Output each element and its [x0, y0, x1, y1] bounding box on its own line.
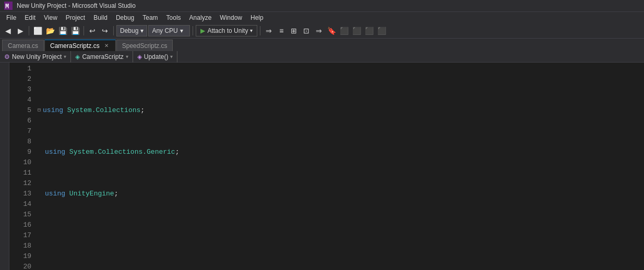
toolbar-extra-5[interactable]: ⇒ [313, 25, 325, 36]
navigate-back-button[interactable]: ◀ [2, 25, 14, 36]
menu-help[interactable]: Help [246, 12, 268, 23]
line-num-12: 12 [9, 178, 31, 189]
line-num-20: 20 [9, 262, 31, 270]
line-num-11: 11 [9, 168, 31, 178]
line-num-17: 17 [9, 230, 31, 241]
toolbar-separator-2 [84, 26, 84, 35]
code-line-3: using UnityEngine; [38, 189, 644, 199]
breadcrumb-class-label: CameraScriptz [82, 53, 123, 60]
menu-edit[interactable]: Edit [20, 12, 40, 23]
toolbar-extra-7[interactable]: ⬛ [351, 25, 362, 36]
navigate-forward-button[interactable]: ▶ [15, 25, 26, 36]
toolbar-separator-5 [260, 26, 260, 35]
line-num-13: 13 [9, 189, 31, 199]
undo-button[interactable]: ↩ [87, 25, 98, 36]
tab-camera-cs[interactable]: Camera.cs [2, 40, 44, 51]
line-num-7: 7 [9, 126, 31, 137]
method-icon: ◈ [137, 53, 142, 60]
breadcrumb-class[interactable]: ◈ CameraScriptz ▾ [71, 51, 133, 63]
line-num-10: 10 [9, 157, 31, 168]
menu-analyze[interactable]: Analyze [185, 12, 216, 23]
menu-team[interactable]: Team [138, 12, 162, 23]
line-num-9: 9 [9, 147, 31, 157]
save-button[interactable]: 💾 [57, 25, 68, 36]
breadcrumb-project-label: New Unity Project [12, 53, 62, 60]
attach-dropdown-icon: ▾ [250, 28, 253, 33]
project-icon: ⚙ [4, 53, 10, 60]
line-num-14: 14 [9, 199, 31, 210]
toolbar: ◀ ▶ ⬜ 📂 💾 💾 ↩ ↪ Debug ▾ Any CPU ▾ ▶ Atta… [0, 23, 644, 39]
code-content[interactable]: ⊟using System.Collections; using System.… [35, 63, 644, 270]
window-title: New Unity Project - Microsoft Visual Stu… [17, 2, 136, 9]
menu-build[interactable]: Build [89, 12, 112, 23]
save-all-button[interactable]: 💾 [69, 25, 81, 36]
menu-file[interactable]: File [2, 12, 20, 23]
play-icon: ▶ [200, 27, 205, 34]
tabs-bar: Camera.cs CameraScriptz.cs ✕ SpeedScript… [0, 39, 644, 51]
toolbar-extra-2[interactable]: ≡ [276, 25, 287, 36]
line-num-15: 15 [9, 210, 31, 220]
line-num-16: 16 [9, 220, 31, 230]
menu-view[interactable]: View [40, 12, 62, 23]
title-bar: M New Unity Project - Microsoft Visual S… [0, 0, 644, 11]
breadcrumb-arrow-2: ▾ [126, 54, 128, 59]
tab-speedscriptz-cs-label: SpeedScriptz.cs [122, 42, 168, 50]
line-num-1: 1 [9, 64, 31, 74]
attach-label: Attach to Unity [207, 27, 248, 34]
tab-camera-cs-label: Camera.cs [8, 42, 38, 50]
bookmark-button[interactable]: 🔖 [326, 25, 337, 36]
tab-close-camerascriptz[interactable]: ✕ [103, 42, 110, 50]
breadcrumb-method[interactable]: ◈ Update() ▾ [133, 51, 178, 63]
platform-dropdown[interactable]: Any CPU ▾ [148, 25, 190, 36]
toolbar-extra-6[interactable]: ⬛ [338, 25, 350, 36]
code-editor[interactable]: 1 2 3 4 5 6 7 8 9 10 11 12 13 14 15 16 1 [9, 63, 644, 270]
toolbar-separator-4 [193, 26, 193, 35]
toolbar-separator-1 [29, 26, 29, 35]
toolbar-extra-4[interactable]: ⊡ [301, 25, 312, 36]
open-file-button[interactable]: 📂 [44, 25, 56, 36]
line-num-2: 2 [9, 74, 31, 84]
toolbar-separator-3 [113, 26, 114, 35]
line-num-4: 4 [9, 95, 31, 105]
new-project-button[interactable]: ⬜ [32, 25, 43, 36]
svg-text:M: M [5, 3, 9, 10]
code-line-1: ⊟using System.Collections; [38, 105, 644, 116]
breadcrumb-method-label: Update() [144, 53, 169, 60]
toolbox-sidebar[interactable]: Toolbox [0, 63, 9, 270]
toolbar-extra-8[interactable]: ⬛ [363, 25, 375, 36]
attach-to-unity-button[interactable]: ▶ Attach to Unity ▾ [196, 25, 257, 36]
breadcrumb-arrow-1: ▾ [64, 54, 66, 59]
menu-project[interactable]: Project [62, 12, 89, 23]
tab-camerascriptz-cs-label: CameraScriptz.cs [50, 42, 100, 50]
breadcrumb-project[interactable]: ⚙ New Unity Project ▾ [0, 51, 71, 63]
redo-button[interactable]: ↪ [99, 25, 111, 36]
class-icon: ◈ [75, 53, 80, 60]
line-numbers: 1 2 3 4 5 6 7 8 9 10 11 12 13 14 15 16 1 [9, 63, 35, 270]
code-area[interactable]: 1 2 3 4 5 6 7 8 9 10 11 12 13 14 15 16 1 [9, 63, 644, 270]
breadcrumb-bar: ⚙ New Unity Project ▾ ◈ CameraScriptz ▾ … [0, 51, 644, 63]
debug-config-dropdown[interactable]: Debug ▾ [116, 25, 147, 36]
line-num-5: 5 [9, 105, 31, 116]
line-num-19: 19 [9, 251, 31, 262]
code-line-4 [38, 230, 644, 241]
line-num-3: 3 [9, 84, 31, 95]
menu-tools[interactable]: Tools [162, 12, 185, 23]
toolbar-extra-1[interactable]: ⇒ [263, 25, 275, 36]
line-num-18: 18 [9, 241, 31, 251]
line-num-8: 8 [9, 137, 31, 147]
line-num-6: 6 [9, 116, 31, 126]
toolbar-extra-3[interactable]: ⊞ [288, 25, 300, 36]
toolbar-extra-9[interactable]: ⬛ [376, 25, 387, 36]
vs-logo-icon: M [4, 2, 13, 10]
breadcrumb-arrow-3: ▾ [170, 54, 173, 59]
menu-window[interactable]: Window [216, 12, 246, 23]
tab-camerascriptz-cs[interactable]: CameraScriptz.cs ✕ [44, 40, 116, 51]
tab-speedscriptz-cs[interactable]: SpeedScriptz.cs [116, 40, 173, 51]
code-line-2: using System.Collections.Generic; [38, 147, 644, 157]
menu-debug[interactable]: Debug [112, 12, 138, 23]
menu-bar: File Edit View Project Build Debug Team … [0, 11, 644, 23]
